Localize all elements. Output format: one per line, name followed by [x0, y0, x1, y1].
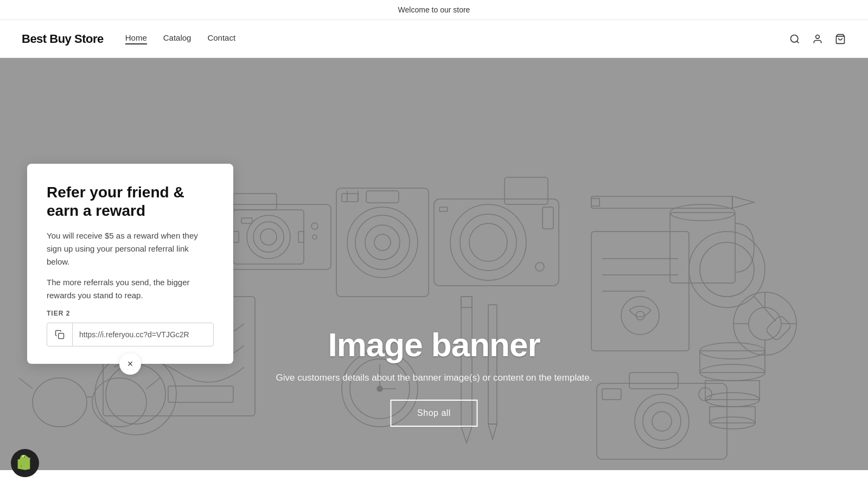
announcement-bar: Welcome to our store [0, 0, 868, 20]
modal-description-1: You will receive $5 as a reward when the… [47, 229, 214, 268]
announcement-text: Welcome to our store [398, 5, 470, 14]
hero-section: Refer your friend & earn a reward You wi… [0, 58, 868, 470]
header-icons [789, 33, 846, 45]
banner-title: Image banner [276, 325, 592, 364]
svg-rect-78 [461, 297, 472, 307]
search-icon[interactable] [789, 33, 801, 45]
banner-content: Image banner Give customers details abou… [276, 325, 592, 427]
header: Best Buy Store Home Catalog Contact [0, 20, 868, 58]
shopify-icon [17, 455, 33, 470]
svg-rect-35 [591, 198, 599, 206]
modal-close-button[interactable]: × [119, 353, 141, 375]
banner-subtitle: Give customers details about the banner … [276, 373, 592, 383]
svg-point-2 [816, 35, 820, 38]
referral-link-group [47, 323, 214, 346]
referral-modal: Refer your friend & earn a reward You wi… [27, 164, 233, 364]
svg-line-1 [797, 41, 799, 43]
account-icon[interactable] [812, 33, 824, 45]
modal-tier-label: TIER 2 [47, 310, 214, 317]
cart-icon[interactable] [834, 33, 846, 45]
referral-url-input[interactable] [73, 324, 213, 345]
nav-catalog[interactable]: Catalog [163, 33, 192, 44]
modal-title: Refer your friend & earn a reward [47, 183, 214, 220]
svg-point-0 [791, 35, 798, 42]
close-icon: × [127, 358, 133, 370]
nav-contact[interactable]: Contact [207, 33, 235, 44]
copy-icon[interactable] [47, 323, 73, 346]
nav-home[interactable]: Home [125, 33, 147, 44]
modal-description-2: The more referrals you send, the bigger … [47, 276, 214, 302]
main-nav: Home Catalog Contact [125, 33, 789, 44]
svg-rect-94 [59, 333, 64, 339]
logo[interactable]: Best Buy Store [22, 32, 104, 46]
shop-all-button[interactable]: Shop all [390, 400, 478, 427]
